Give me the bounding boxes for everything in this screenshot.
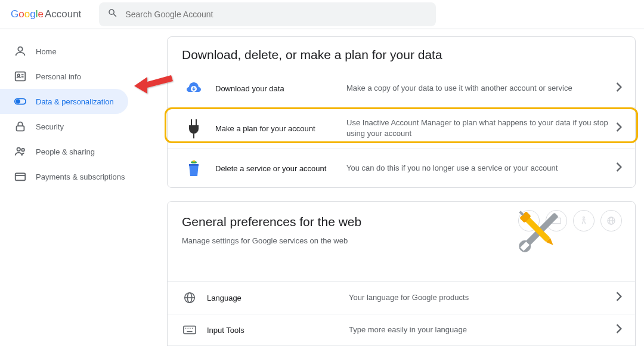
svg-rect-36 — [184, 326, 196, 334]
trash-icon — [181, 159, 207, 178]
globe-icon — [181, 291, 199, 304]
search-input[interactable] — [125, 10, 428, 19]
sidebar-item-payments[interactable]: Payments & subscriptions — [0, 164, 167, 189]
search-bar[interactable] — [99, 2, 436, 26]
row-label: Make a plan for your account — [215, 124, 346, 133]
people-sharing-icon — [13, 144, 27, 159]
general-preferences-card: General preferences for the web Manage s… — [167, 201, 636, 346]
chevron-right-icon — [616, 162, 622, 174]
download-cloud-icon — [181, 79, 207, 98]
tools-illustration — [507, 202, 572, 264]
chevron-right-icon — [616, 292, 622, 304]
card-title: Download, delete, or make a plan for you… — [168, 48, 635, 62]
google-account-logo[interactable]: Google Account — [11, 8, 81, 20]
google-wordmark: Google — [11, 8, 44, 20]
svg-rect-10 — [16, 174, 26, 181]
data-personalization-icon — [13, 94, 27, 109]
accessibility-circle-icon — [573, 210, 595, 231]
data-management-card: Download, delete, or make a plan for you… — [167, 36, 636, 188]
row-desc: Use Inactive Account Manager to plan wha… — [346, 118, 610, 139]
sidebar-item-security[interactable]: Security — [0, 114, 167, 139]
payments-icon — [13, 169, 27, 184]
row-label: Delete a service or your account — [215, 164, 346, 173]
chevron-right-icon — [616, 324, 622, 336]
svg-marker-12 — [134, 75, 173, 94]
home-icon — [13, 44, 27, 58]
row-label: Language — [207, 294, 349, 302]
annotation-red-arrow — [134, 65, 176, 97]
row-desc: You can do this if you no longer use a s… — [346, 163, 610, 174]
row-label: Download your data — [215, 84, 346, 93]
sidebar-item-home[interactable]: Home — [0, 39, 167, 64]
svg-rect-1 — [16, 72, 26, 81]
row-delete-service[interactable]: Delete a service or your account You can… — [168, 149, 635, 187]
svg-point-6 — [17, 100, 20, 103]
main-content: Download, delete, or make a plan for you… — [167, 29, 644, 345]
row-make-plan[interactable]: Make a plan for your account Use Inactiv… — [168, 107, 635, 149]
row-desc: Type more easily in your language — [349, 325, 610, 335]
svg-point-22 — [583, 217, 585, 219]
svg-point-2 — [17, 74, 20, 76]
row-label: Input Tools — [207, 326, 349, 335]
keyboard-icon — [181, 325, 199, 335]
header: Google Account — [0, 0, 644, 29]
nav-label: Personal info — [36, 72, 81, 81]
row-desc: Make a copy of your data to use it with … — [346, 83, 610, 94]
nav-label: Home — [36, 47, 57, 56]
sidebar: Home Personal info Data & personalizatio… — [0, 29, 167, 345]
chevron-right-icon — [616, 82, 622, 94]
svg-point-8 — [17, 148, 21, 152]
svg-point-0 — [18, 47, 22, 51]
row-language[interactable]: Language Your language for Google produc… — [168, 281, 635, 314]
row-download-data[interactable]: Download your data Make a copy of your d… — [168, 69, 635, 107]
nav-label: Data & personalization — [36, 97, 114, 106]
chevron-right-icon — [616, 122, 622, 134]
search-icon — [107, 8, 118, 21]
plug-icon — [181, 118, 207, 138]
globe-circle-icon — [600, 210, 622, 231]
row-desc: Your language for Google products — [349, 292, 610, 303]
row-input-tools[interactable]: Input Tools Type more easily in your lan… — [168, 314, 635, 345]
svg-rect-7 — [17, 126, 24, 131]
nav-label: Security — [36, 122, 64, 131]
security-icon — [13, 119, 27, 134]
personal-info-icon — [13, 69, 27, 84]
svg-rect-18 — [193, 160, 195, 162]
nav-label: People & sharing — [36, 147, 95, 156]
account-word: Account — [45, 8, 81, 20]
svg-point-9 — [21, 149, 24, 152]
sidebar-item-people-sharing[interactable]: People & sharing — [0, 139, 167, 164]
nav-label: Payments & subscriptions — [36, 172, 125, 181]
